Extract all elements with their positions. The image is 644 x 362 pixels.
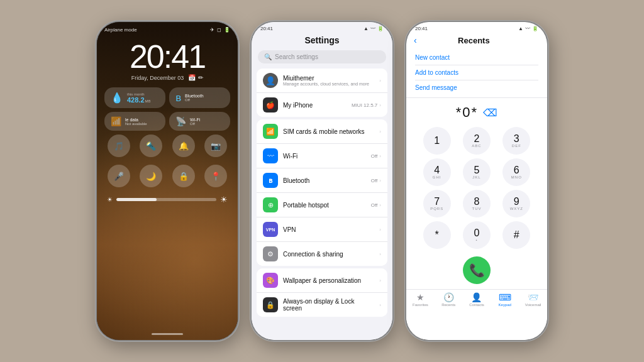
- hotspot-item[interactable]: ⊕ Portable hotspot Off ›: [257, 193, 387, 217]
- data-drop-icon: 💧: [111, 92, 123, 104]
- lock-icon: 🔒: [179, 172, 189, 181]
- airplane-icon: ✈: [210, 27, 214, 33]
- controls-row2: 🎤 🌙 🔒 📍: [97, 161, 238, 191]
- my-phone-item[interactable]: 🍎 My iPhone MIUI 12.5.7 ›: [257, 93, 387, 117]
- key-5[interactable]: 5 JKL: [463, 158, 491, 186]
- my-phone-content: My iPhone: [283, 102, 347, 109]
- vpn-item[interactable]: VPN VPN ›: [257, 217, 387, 242]
- sound-btn[interactable]: 🎵: [108, 134, 130, 157]
- nav-contacts[interactable]: 👤 Contacts: [463, 292, 491, 307]
- settings-list: 👤 Miuithemer Manage accounts, cloud serv…: [252, 66, 392, 340]
- wifi-info: Wi-Fi Off: [190, 118, 224, 126]
- key-5-number: 5: [474, 165, 480, 175]
- nav-keypad[interactable]: ⌨ Keypad: [491, 292, 519, 307]
- edit-icon: ✏: [198, 74, 203, 81]
- key-7-number: 7: [434, 197, 440, 207]
- key-2[interactable]: 2 ABC: [463, 127, 491, 155]
- calendar-icon: 📅: [188, 74, 196, 81]
- vpn-icon-char: VPN: [266, 228, 275, 232]
- bluetooth-settings-item[interactable]: ʙ Bluetooth Off ›: [257, 168, 387, 193]
- my-phone-label: My iPhone: [283, 102, 347, 109]
- connection-item[interactable]: ⚙ Connection & sharing ›: [257, 242, 387, 266]
- new-contact-action[interactable]: New contact: [415, 50, 538, 65]
- lock-btn[interactable]: 🔒: [172, 165, 195, 187]
- wallpaper-chevron: ›: [379, 278, 381, 283]
- wifi-item[interactable]: 〰 Wi-Fi Off ›: [257, 144, 387, 168]
- personalization-section: 🎨 Wallpaper & personalization › 🔒: [257, 268, 387, 317]
- signal-bars-icon: 📶: [111, 116, 121, 126]
- bell-btn[interactable]: 🔔: [172, 134, 195, 157]
- back-button[interactable]: ‹: [414, 35, 417, 45]
- connection-content: Connection & sharing: [283, 251, 374, 258]
- keypad-label: Keypad: [499, 303, 511, 307]
- bluetooth-icon: ʙ: [175, 92, 181, 104]
- key-0[interactable]: 0 •: [463, 221, 491, 249]
- search-bar[interactable]: 🔍 Search settings: [258, 50, 386, 63]
- dialer-battery-icon: 🔋: [532, 26, 538, 31]
- key-8-number: 8: [474, 197, 480, 207]
- dialer-status-bar: 20:41 ▲ 〰 🔋: [406, 22, 547, 33]
- contact-actions: New contact Add to contacts Send message: [406, 48, 547, 98]
- nav-recents[interactable]: 🕐 Recents: [435, 292, 463, 307]
- camera-icon: 📷: [211, 141, 221, 151]
- flashlight-icon: 🔦: [146, 141, 156, 151]
- my-phone-badge: MIUI 12.5.7: [352, 102, 377, 108]
- key-3[interactable]: 3 DEF: [502, 127, 530, 155]
- dialer-header: ‹ Recents: [406, 33, 547, 48]
- brightness-bar[interactable]: [116, 198, 216, 201]
- call-row: 📞: [406, 251, 547, 289]
- sim-label: SIM cards & mobile networks: [283, 128, 374, 135]
- mobile-data-tile[interactable]: 📶 le data Not available: [104, 112, 165, 131]
- wifi-tile[interactable]: 📡 Wi-Fi Off: [169, 112, 230, 131]
- data-unit: MB: [145, 99, 151, 103]
- mic-btn[interactable]: 🎤: [108, 165, 130, 187]
- nav-favorites[interactable]: ★ Favorites: [406, 292, 435, 307]
- search-placeholder: Search settings: [275, 53, 318, 60]
- moon-btn[interactable]: 🌙: [140, 165, 162, 187]
- flashlight-btn[interactable]: 🔦: [140, 134, 162, 157]
- keypad-icon: ⌨: [499, 292, 511, 302]
- settings-status-bar: 20:41 ▲ 〰 🔋: [252, 22, 392, 31]
- key-1[interactable]: 1: [423, 127, 451, 155]
- data-info: this month 428.2 MB: [127, 92, 159, 104]
- lockscreen-item[interactable]: 🔒 Always-on display & Lock screen ›: [257, 293, 387, 317]
- mic-icon: 🎤: [114, 172, 124, 181]
- key-4[interactable]: 4 GHI: [423, 158, 451, 186]
- data-tile[interactable]: 💧 this month 428.2 MB: [104, 87, 165, 108]
- location-btn[interactable]: 📍: [204, 165, 227, 187]
- bluetooth-tile[interactable]: ʙ Bluetooth Off: [169, 87, 230, 108]
- bluetooth-status: Off: [185, 98, 224, 102]
- sim-icon-char: 📶: [266, 128, 275, 136]
- call-button[interactable]: 📞: [463, 256, 491, 284]
- keypad: 1 2 ABC 3 DEF 4 GHI 5 JKL: [406, 124, 547, 251]
- vpn-chevron: ›: [379, 227, 381, 233]
- wallpaper-item[interactable]: 🎨 Wallpaper & personalization ›: [257, 268, 387, 293]
- controls-row1: 🎵 🔦 🔔 📷: [97, 131, 238, 161]
- key-hash[interactable]: #: [502, 221, 530, 249]
- sim-item[interactable]: 📶 SIM cards & mobile networks ›: [257, 119, 387, 144]
- vpn-icon: VPN: [263, 222, 278, 237]
- dialer-time: 20:41: [415, 26, 428, 31]
- backspace-button[interactable]: ⌫: [483, 107, 497, 119]
- recents-icon: 🕐: [443, 292, 454, 302]
- add-contact-action[interactable]: Add to contacts: [415, 65, 538, 80]
- key-9-number: 9: [514, 197, 519, 207]
- account-item[interactable]: 👤 Miuithemer Manage accounts, cloud serv…: [257, 69, 387, 93]
- account-chevron: ›: [379, 78, 381, 84]
- key-star[interactable]: *: [423, 221, 451, 249]
- location-icon: 📍: [211, 172, 221, 181]
- bluetooth-right: Off ›: [371, 178, 381, 184]
- key-9[interactable]: 9 WXYZ: [502, 190, 530, 217]
- bluetooth-content: Bluetooth: [283, 177, 366, 184]
- brightness-low-icon: ☀: [107, 196, 113, 203]
- nav-voicemail[interactable]: 📨 Voicemail: [519, 292, 547, 307]
- key-8[interactable]: 8 TUV: [463, 190, 491, 217]
- send-message-action[interactable]: Send message: [415, 80, 538, 95]
- camera-btn[interactable]: 📷: [204, 134, 227, 157]
- key-7[interactable]: 7 PQRS: [423, 190, 451, 217]
- key-1-number: 1: [434, 136, 440, 146]
- brightness-high-icon: ☀: [220, 195, 228, 204]
- key-9-letters: WXYZ: [510, 207, 523, 211]
- hotspot-icon-char: ⊕: [268, 201, 274, 209]
- key-6[interactable]: 6 MNO: [502, 158, 530, 186]
